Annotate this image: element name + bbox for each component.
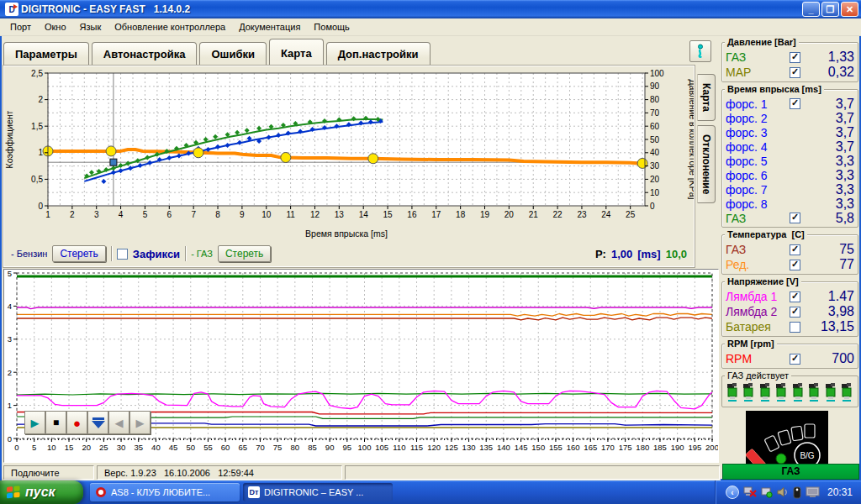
param-checkbox[interactable]	[790, 98, 800, 109]
fix-checkbox[interactable]	[117, 249, 128, 260]
sidebar: Давление [Bar]ГАЗ1,33MAP0,32Время впрыск…	[721, 35, 859, 475]
svg-text:3: 3	[94, 210, 99, 219]
system-tray: ‹ 20:31	[715, 480, 861, 504]
save-down-button[interactable]	[87, 411, 108, 434]
connection-icon[interactable]	[761, 486, 773, 498]
svg-text:85: 85	[308, 443, 317, 452]
svg-text:20: 20	[650, 175, 660, 184]
param-value: 13,15	[800, 319, 854, 334]
start-button[interactable]: пуск	[0, 480, 83, 504]
network-offline-icon[interactable]	[743, 486, 757, 498]
tab-oshibki[interactable]: Ошибки	[199, 42, 266, 65]
taskbar-clock: 20:31	[827, 486, 853, 498]
svg-text:20: 20	[504, 210, 515, 219]
restore-button[interactable]: ❐	[821, 2, 839, 17]
param-label: MAP	[726, 66, 790, 79]
svg-text:2: 2	[8, 368, 12, 377]
svg-text:60: 60	[221, 443, 230, 452]
prev-button[interactable]: ◀	[108, 411, 129, 434]
p-unit: [ms]	[637, 248, 660, 260]
svg-text:30: 30	[650, 161, 660, 171]
svg-text:0,5: 0,5	[31, 175, 43, 184]
menu-item-4[interactable]: Обновление контроллера	[108, 19, 232, 34]
erase-benzin-button[interactable]: Стереть	[52, 245, 105, 262]
param-value: 75	[800, 242, 854, 257]
tab-avtonastroyka[interactable]: Автонастройка	[92, 42, 198, 65]
map-controls: - Бензин Стереть Зафикси - ГАЗ Стереть P…	[4, 241, 694, 266]
minimize-button[interactable]: _	[802, 2, 820, 17]
param-checkbox[interactable]	[790, 52, 800, 63]
close-button[interactable]: ✕	[841, 2, 858, 17]
svg-text:35: 35	[134, 443, 143, 452]
svg-text:19: 19	[480, 210, 490, 219]
param-value: 700	[800, 351, 854, 366]
param-checkbox[interactable]	[790, 260, 800, 270]
param-checkbox[interactable]	[790, 67, 800, 78]
param-row: Лямбда 11.47	[726, 289, 854, 304]
fix-label: Зафикси	[133, 248, 180, 260]
param-checkbox[interactable]	[790, 354, 800, 365]
menu-item-3[interactable]: Язык	[73, 19, 108, 34]
device-icon[interactable]	[793, 486, 801, 499]
param-row: MAP0,32	[726, 65, 854, 80]
param-checkbox[interactable]	[790, 213, 800, 223]
param-value: 3,3	[800, 168, 854, 183]
tab-dop-nastroyki[interactable]: Доп.настройки	[326, 42, 430, 65]
group-title: Давление [Bar]	[725, 37, 799, 47]
play-button[interactable]: ▶	[24, 411, 45, 434]
side-tab-karta[interactable]: Карта	[697, 74, 716, 121]
side-tab-otklonenie[interactable]: Отклонение	[697, 125, 716, 203]
svg-text:40: 40	[151, 443, 161, 452]
display-icon[interactable]	[806, 486, 820, 498]
svg-text:21: 21	[529, 210, 539, 219]
svg-text:0: 0	[650, 202, 655, 211]
record-button[interactable]: ●	[66, 411, 87, 434]
param-row: ГАЗ1,33	[726, 50, 854, 65]
param-row: форс. 53,3	[726, 154, 854, 168]
svg-text:15: 15	[65, 443, 74, 452]
menu-item-1[interactable]: Порт	[3, 19, 38, 34]
param-row: RPM700	[726, 351, 854, 366]
taskbar-task-opera[interactable]: AS8 - КЛУБ ЛЮБИТЕ...	[90, 483, 240, 501]
svg-text:190: 190	[671, 443, 684, 452]
svg-text:90: 90	[650, 81, 660, 91]
param-checkbox[interactable]	[790, 291, 800, 302]
volume-icon[interactable]	[777, 486, 789, 498]
svg-text:5: 5	[32, 443, 36, 452]
menu-item-2[interactable]: Окно	[38, 19, 73, 34]
person-icon	[695, 44, 706, 59]
tab-strip: ПараметрыАвтонастройкаОшибкиКартаДоп.нас…	[3, 39, 433, 65]
svg-text:65: 65	[238, 443, 247, 452]
tab-karta[interactable]: Карта	[269, 39, 324, 65]
param-checkbox[interactable]	[790, 244, 800, 255]
tab-parametry[interactable]: Параметры	[3, 42, 89, 65]
group-title: Время впрыска [ms]	[725, 84, 824, 94]
info-button[interactable]	[689, 40, 711, 62]
param-checkbox[interactable]	[790, 307, 800, 318]
injector-indicator-5	[792, 383, 805, 404]
opera-icon	[95, 486, 107, 498]
menu-item-5[interactable]: Документация	[232, 19, 307, 34]
param-checkbox[interactable]	[790, 322, 800, 333]
status-bar: Подлючите Верс. 1.9.23 16.10.2006 12:59:…	[2, 465, 721, 480]
collapse-chevron-icon[interactable]: ‹	[726, 486, 739, 499]
param-value: 3,98	[800, 304, 854, 319]
next-button[interactable]: ▶	[129, 411, 151, 434]
svg-text:120: 120	[427, 443, 441, 452]
svg-text:5: 5	[143, 210, 148, 219]
param-label: форс. 8	[726, 197, 790, 211]
param-row: ГАЗ75	[726, 242, 854, 257]
scope-panel: 0510152025303540455055606570758085909510…	[3, 269, 719, 463]
erase-gas-button[interactable]: Стереть	[218, 245, 271, 262]
p-label: P:	[595, 248, 606, 260]
svg-text:140: 140	[497, 443, 510, 452]
stop-button[interactable]: ■	[45, 411, 66, 434]
windows-logo-icon	[6, 486, 21, 499]
svg-text:3: 3	[8, 334, 12, 344]
param-row: ГАЗ5,8	[726, 211, 854, 225]
menu-item-6[interactable]: Помощь	[307, 19, 357, 34]
map-chart[interactable]: 1234567891011121314151617181920212223242…	[4, 66, 694, 241]
taskbar-task-digitronic[interactable]: DтDIGITRONIC – EASY ...	[243, 483, 393, 501]
task-label: DIGITRONIC – EASY ...	[264, 487, 363, 497]
gas-label: - ГАЗ	[191, 249, 213, 259]
